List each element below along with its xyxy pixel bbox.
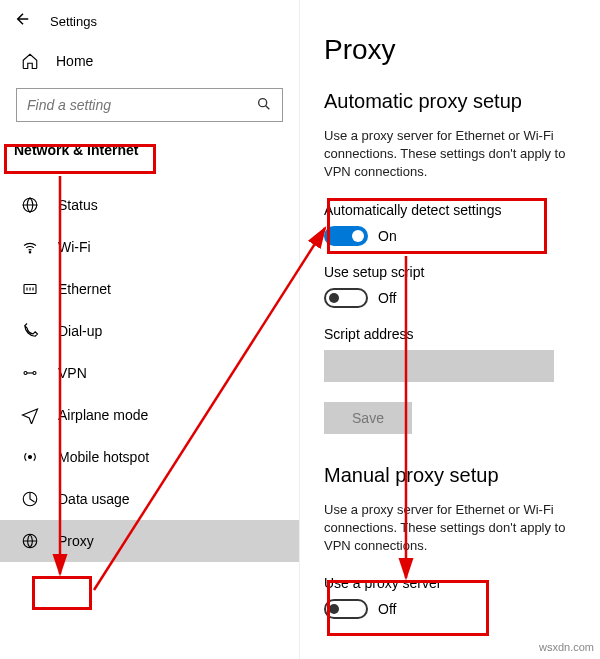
nav-label: Wi-Fi — [58, 239, 91, 255]
setup-script-state: Off — [378, 290, 396, 306]
proxy-icon — [20, 532, 40, 550]
data-usage-icon — [20, 490, 40, 508]
nav-label: VPN — [58, 365, 87, 381]
section-header-network: Network & Internet — [0, 132, 299, 166]
page-title: Proxy — [324, 34, 600, 66]
auto-detect-label: Automatically detect settings — [324, 202, 600, 218]
airplane-icon — [20, 406, 40, 424]
svg-point-4 — [29, 252, 31, 254]
nav-list: Status Wi-Fi Ethernet Dial-up — [0, 184, 299, 562]
app-title: Settings — [50, 14, 97, 29]
auto-detect-block: Automatically detect settings On — [324, 202, 600, 246]
home-label: Home — [56, 53, 93, 69]
watermark: wsxdn.com — [539, 641, 594, 653]
nav-label: Ethernet — [58, 281, 111, 297]
save-button[interactable]: Save — [324, 402, 412, 434]
search-field[interactable] — [27, 97, 256, 113]
home-link[interactable]: Home — [0, 40, 299, 80]
use-proxy-state: Off — [378, 601, 396, 617]
nav-item-airplane[interactable]: Airplane mode — [0, 394, 299, 436]
wifi-icon — [20, 238, 40, 256]
svg-point-6 — [24, 372, 27, 375]
nav-item-wifi[interactable]: Wi-Fi — [0, 226, 299, 268]
content-panel: Proxy Automatic proxy setup Use a proxy … — [300, 0, 600, 659]
auto-heading: Automatic proxy setup — [324, 90, 600, 113]
nav-item-vpn[interactable]: VPN — [0, 352, 299, 394]
nav-label: Airplane mode — [58, 407, 148, 423]
auto-desc: Use a proxy server for Ethernet or Wi-Fi… — [324, 127, 584, 182]
hotspot-icon — [20, 448, 40, 466]
nav-label: Status — [58, 197, 98, 213]
script-address-block: Script address — [324, 326, 600, 382]
setup-script-block: Use setup script Off — [324, 264, 600, 308]
script-address-label: Script address — [324, 326, 600, 342]
sidebar: Settings Home Network & Internet Stat — [0, 0, 300, 659]
nav-item-datausage[interactable]: Data usage — [0, 478, 299, 520]
nav-item-hotspot[interactable]: Mobile hotspot — [0, 436, 299, 478]
search-icon — [256, 96, 272, 115]
nav-item-dialup[interactable]: Dial-up — [0, 310, 299, 352]
back-button[interactable] — [14, 10, 32, 32]
nav-item-status[interactable]: Status — [0, 184, 299, 226]
auto-detect-toggle[interactable] — [324, 226, 368, 246]
use-proxy-toggle[interactable] — [324, 599, 368, 619]
status-icon — [20, 196, 40, 214]
svg-line-2 — [266, 105, 270, 109]
auto-detect-state: On — [378, 228, 397, 244]
dialup-icon — [20, 322, 40, 340]
nav-label: Data usage — [58, 491, 130, 507]
vpn-icon — [20, 364, 40, 382]
setup-script-toggle[interactable] — [324, 288, 368, 308]
svg-point-8 — [29, 456, 32, 459]
use-proxy-block: Use a proxy server Off — [324, 575, 600, 619]
home-icon — [20, 52, 40, 70]
titlebar: Settings — [0, 0, 299, 40]
nav-item-proxy[interactable]: Proxy — [0, 520, 299, 562]
use-proxy-label: Use a proxy server — [324, 575, 600, 591]
nav-item-ethernet[interactable]: Ethernet — [0, 268, 299, 310]
script-address-input[interactable] — [324, 350, 554, 382]
nav-label: Dial-up — [58, 323, 102, 339]
manual-heading: Manual proxy setup — [324, 464, 600, 487]
manual-desc: Use a proxy server for Ethernet or Wi-Fi… — [324, 501, 584, 556]
setup-script-label: Use setup script — [324, 264, 600, 280]
nav-label: Proxy — [58, 533, 94, 549]
svg-point-7 — [33, 372, 36, 375]
ethernet-icon — [20, 280, 40, 298]
svg-point-1 — [259, 98, 267, 106]
search-input[interactable] — [16, 88, 283, 122]
nav-label: Mobile hotspot — [58, 449, 149, 465]
